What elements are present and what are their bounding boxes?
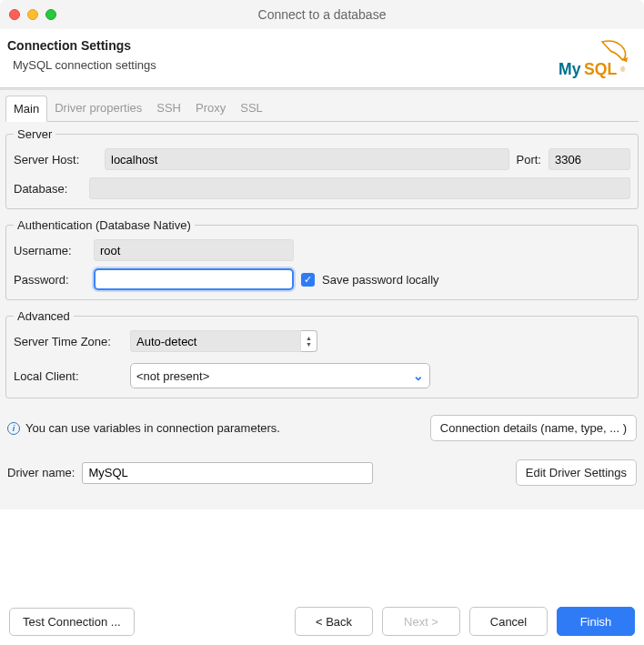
auth-legend: Authentication (Database Native) xyxy=(14,218,195,232)
svg-text:SQL: SQL xyxy=(584,60,617,78)
driver-name-input[interactable] xyxy=(82,462,373,484)
auth-group: Authentication (Database Native) Usernam… xyxy=(5,218,639,300)
svg-text:®: ® xyxy=(620,66,626,74)
edit-driver-settings-button[interactable]: Edit Driver Settings xyxy=(516,459,637,486)
port-label: Port: xyxy=(517,153,541,166)
localclient-label: Local Client: xyxy=(14,369,123,383)
tab-ssh[interactable]: SSH xyxy=(149,96,188,121)
back-button[interactable]: < Back xyxy=(295,607,373,636)
test-connection-button[interactable]: Test Connection ... xyxy=(9,608,135,636)
driver-name-label: Driver name: xyxy=(7,466,75,479)
finish-button[interactable]: Finish xyxy=(557,607,635,636)
driver-row: Driver name: Edit Driver Settings xyxy=(5,454,639,504)
save-password-label: Save password locally xyxy=(322,273,439,287)
port-input[interactable] xyxy=(548,148,630,170)
chevron-down-icon: ⌄ xyxy=(413,368,424,383)
database-input[interactable] xyxy=(89,177,630,199)
tab-proxy[interactable]: Proxy xyxy=(188,96,233,121)
advanced-group: Advanced Server Time Zone: ▲▼ Local Clie… xyxy=(5,309,639,398)
timezone-value[interactable] xyxy=(130,330,301,352)
stepper-icon[interactable]: ▲▼ xyxy=(301,330,317,352)
tab-main[interactable]: Main xyxy=(5,96,47,122)
svg-text:My: My xyxy=(558,60,581,78)
page-title: Connection Settings xyxy=(7,38,156,53)
tab-ssl[interactable]: SSL xyxy=(233,96,270,121)
titlebar: Connect to a database xyxy=(0,0,644,29)
server-legend: Server xyxy=(14,127,55,141)
window-title: Connect to a database xyxy=(0,7,644,22)
server-group: Server Server Host: Port: Database: xyxy=(5,127,639,209)
server-host-input[interactable] xyxy=(105,148,509,170)
advanced-legend: Advanced xyxy=(14,309,74,323)
username-input[interactable] xyxy=(94,239,294,261)
timezone-select[interactable]: ▲▼ xyxy=(130,330,317,352)
server-host-label: Server Host: xyxy=(14,153,97,166)
save-password-checkbox[interactable]: ✓ xyxy=(301,273,315,287)
heading: Connection Settings MySQL connection set… xyxy=(0,29,644,87)
next-button: Next > xyxy=(382,607,460,636)
password-input[interactable] xyxy=(94,268,294,290)
localclient-select[interactable]: <not present> ⌄ xyxy=(130,363,430,388)
wizard-buttons: Test Connection ... < Back Next > Cancel… xyxy=(9,607,635,636)
mysql-logo: My SQL ® xyxy=(558,38,631,82)
timezone-label: Server Time Zone: xyxy=(14,335,123,348)
info-row: i You can use variables in connection pa… xyxy=(5,408,639,454)
cancel-button[interactable]: Cancel xyxy=(469,607,548,636)
content-area: Main Driver properties SSH Proxy SSL Ser… xyxy=(0,89,644,509)
username-label: Username: xyxy=(14,244,86,257)
password-label: Password: xyxy=(14,273,86,287)
tab-bar: Main Driver properties SSH Proxy SSL xyxy=(5,96,639,122)
tab-driver-properties[interactable]: Driver properties xyxy=(47,96,149,121)
info-icon: i xyxy=(7,422,20,435)
page-subtitle: MySQL connection settings xyxy=(7,58,156,72)
localclient-value: <not present> xyxy=(136,369,209,383)
database-label: Database: xyxy=(14,182,82,196)
variables-hint: You can use variables in connection para… xyxy=(25,421,280,435)
connection-details-button[interactable]: Connection details (name, type, ... ) xyxy=(430,415,637,441)
